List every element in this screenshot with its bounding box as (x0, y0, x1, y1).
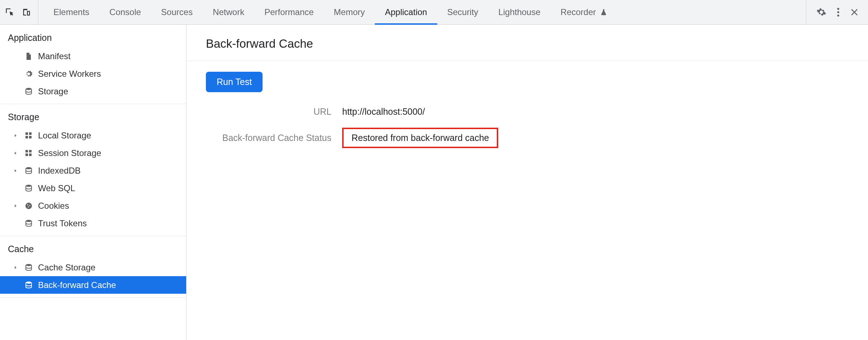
sidebar-item-label: Local Storage (38, 131, 91, 141)
tab-memory[interactable]: Memory (324, 0, 375, 24)
content-pane: Back-forward Cache Run Test URLhttp://lo… (187, 25, 868, 340)
tab-network[interactable]: Network (203, 0, 254, 24)
expand-arrow-icon (12, 133, 19, 138)
sidebar-section: ApplicationManifestService WorkersStorag… (0, 25, 186, 104)
sidebar-heading: Cache (0, 236, 186, 259)
run-test-button[interactable]: Run Test (206, 72, 263, 92)
content-title: Back-forward Cache (187, 25, 868, 61)
sidebar-item-label: Session Storage (38, 148, 101, 158)
db-icon (24, 219, 34, 228)
cookie-icon (24, 202, 34, 210)
application-sidebar: ApplicationManifestService WorkersStorag… (0, 25, 187, 340)
sidebar-item-storage[interactable]: Storage (0, 82, 186, 100)
expand-arrow-icon (12, 265, 19, 270)
gear-icon (24, 70, 34, 78)
sidebar-item-session-storage[interactable]: Session Storage (0, 144, 186, 162)
sidebar-item-label: Trust Tokens (38, 218, 87, 228)
sidebar-item-back-forward-cache[interactable]: Back-forward Cache (0, 276, 186, 294)
tab-label: Lighthouse (498, 7, 540, 17)
db-icon (24, 281, 34, 289)
file-icon (24, 52, 34, 61)
sidebar-item-label: Service Workers (38, 69, 101, 79)
content-body: Run Test URLhttp://localhost:5000/Back-f… (187, 61, 868, 170)
sidebar-item-cookies[interactable]: Cookies (0, 197, 186, 214)
tab-label: Elements (53, 7, 89, 17)
sidebar-item-cache-storage[interactable]: Cache Storage (0, 259, 186, 276)
tab-console[interactable]: Console (99, 0, 151, 24)
sidebar-item-label: Back-forward Cache (38, 280, 116, 290)
sidebar-heading: Storage (0, 104, 186, 127)
sidebar-item-label: Cookies (38, 201, 69, 211)
sidebar-item-service-workers[interactable]: Service Workers (0, 65, 186, 82)
sidebar-item-label: Cache Storage (38, 263, 95, 273)
db-icon (24, 184, 34, 193)
grid-icon (24, 131, 34, 140)
tab-elements[interactable]: Elements (43, 0, 99, 24)
db-icon (24, 166, 34, 175)
settings-icon[interactable] (816, 7, 826, 17)
tab-label: Application (385, 7, 427, 17)
expand-arrow-icon (12, 151, 19, 156)
sidebar-item-label: Storage (38, 86, 68, 96)
sidebar-item-manifest[interactable]: Manifest (0, 47, 186, 65)
tab-label: Sources (161, 7, 193, 17)
db-icon (24, 263, 34, 272)
tab-label: Recorder (561, 7, 596, 17)
tab-label: Memory (334, 7, 365, 17)
expand-arrow-icon (12, 203, 19, 208)
flask-icon (600, 8, 608, 16)
tabbar-right-controls (806, 0, 864, 24)
svg-point-1 (837, 11, 839, 13)
sidebar-heading: Application (0, 25, 186, 47)
sidebar-item-trust-tokens[interactable]: Trust Tokens (0, 214, 186, 232)
inspect-element-icon[interactable] (4, 7, 15, 17)
tab-recorder[interactable]: Recorder (551, 0, 618, 24)
info-row: URLhttp://localhost:5000/ (206, 107, 849, 117)
tab-lighthouse[interactable]: Lighthouse (488, 0, 550, 24)
toggle-device-icon[interactable] (22, 7, 32, 17)
tab-label: Console (109, 7, 141, 17)
svg-point-2 (837, 15, 839, 17)
sidebar-item-web-sql[interactable]: Web SQL (0, 179, 186, 197)
more-icon[interactable] (836, 7, 840, 17)
tabbar-left-controls (4, 0, 38, 24)
tab-sources[interactable]: Sources (151, 0, 203, 24)
tab-label: Performance (264, 7, 313, 17)
info-value: Restored from back-forward cache (342, 128, 498, 148)
sidebar-section: StorageLocal StorageSession StorageIndex… (0, 104, 186, 236)
tab-label: Network (213, 7, 244, 17)
tab-label: Security (447, 7, 478, 17)
sidebar-item-label: IndexedDB (38, 166, 81, 176)
sidebar-item-local-storage[interactable]: Local Storage (0, 127, 186, 144)
info-table: URLhttp://localhost:5000/Back-forward Ca… (206, 107, 849, 148)
grid-icon (24, 149, 34, 157)
info-value: http://localhost:5000/ (342, 107, 425, 117)
close-icon[interactable] (850, 8, 859, 16)
devtools-tabs: ElementsConsoleSourcesNetworkPerformance… (43, 0, 806, 24)
info-label: URL (206, 107, 342, 117)
svg-point-0 (837, 8, 839, 10)
sidebar-item-indexeddb[interactable]: IndexedDB (0, 162, 186, 179)
expand-arrow-icon (12, 168, 19, 173)
tab-application[interactable]: Application (375, 0, 437, 24)
sidebar-item-label: Web SQL (38, 183, 75, 193)
sidebar-item-label: Manifest (38, 51, 71, 61)
sidebar-section: CacheCache StorageBack-forward Cache (0, 236, 186, 298)
db-icon (24, 87, 34, 96)
devtools-tabbar: ElementsConsoleSourcesNetworkPerformance… (0, 0, 868, 25)
tab-security[interactable]: Security (437, 0, 489, 24)
tab-performance[interactable]: Performance (254, 0, 324, 24)
main-split: ApplicationManifestService WorkersStorag… (0, 25, 868, 340)
info-label: Back-forward Cache Status (206, 133, 342, 143)
info-row: Back-forward Cache StatusRestored from b… (206, 128, 849, 148)
